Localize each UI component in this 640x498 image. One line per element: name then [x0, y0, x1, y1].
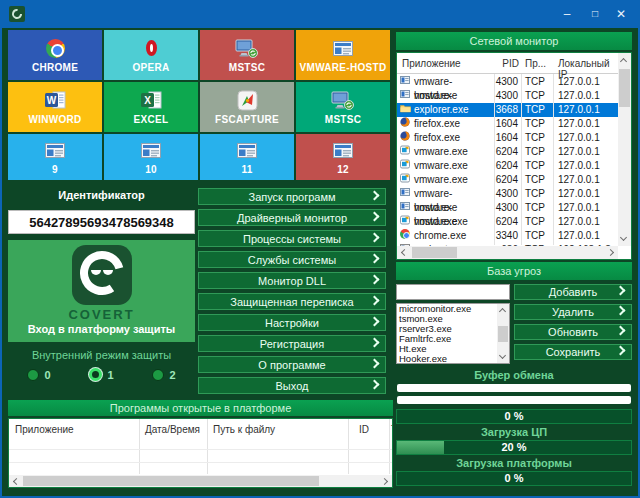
threat-button-1[interactable]: Добавить [514, 284, 632, 300]
network-table-row[interactable]: chrome.exe3340TCP127.0.0.1 [397, 229, 618, 243]
radio-label: 1 [107, 369, 113, 381]
radio-icon[interactable] [152, 369, 164, 381]
network-table-row[interactable]: vmware-hostd.exe4300TCP127.0.0.1 [397, 89, 618, 103]
scroll-up-icon[interactable] [499, 308, 506, 315]
identifier-input[interactable] [8, 210, 195, 234]
minimize-button[interactable]: – [552, 0, 582, 28]
network-table-row[interactable]: vmware.exe6204TCP127.0.0.1 [397, 173, 618, 187]
protection-mode-radio-2[interactable]: 2 [152, 368, 175, 381]
app-tile-mstsc[interactable]: MSTSC [200, 30, 294, 80]
network-table-row[interactable]: vmware.exe6204TCP127.0.0.1 [397, 145, 618, 159]
col-local-ip[interactable]: Локальный IP [558, 58, 618, 80]
app-tile-fscapture[interactable]: FSCAPTURE [200, 82, 294, 132]
cell-pid: 4300 [494, 187, 518, 201]
menu-button-label: Монитор DLL [258, 275, 326, 287]
app-tile-9[interactable]: 9 [8, 134, 102, 180]
network-table-row[interactable]: vmware.exe6204TCP127.0.0.1 [397, 215, 618, 229]
app-tile-winword[interactable]: WWINWORD [8, 82, 102, 132]
radio-icon[interactable] [27, 369, 39, 381]
network-table-row[interactable]: firefox.exe1604TCP127.0.0.1 [397, 131, 618, 145]
cell-protocol: TCP [525, 159, 545, 173]
threat-db-header: База угроз [396, 262, 632, 280]
menu-button-4[interactable]: Службы системы [198, 251, 386, 268]
chevron-right-icon [616, 346, 626, 356]
fscapture-icon [237, 89, 258, 111]
threat-list-scrollbar[interactable] [497, 304, 509, 363]
menu-button-1[interactable]: Запуск программ [198, 188, 386, 205]
col-file-path[interactable]: Путь к файлу [213, 424, 275, 435]
col-type-partial[interactable]: Т [391, 424, 393, 435]
network-hscrollbar[interactable] [397, 246, 618, 259]
menu-button-2[interactable]: Драйверный монитор [198, 209, 386, 226]
col-datetime[interactable]: Дата/Время [145, 424, 200, 435]
enter-platform-label: Вход в платформу защиты [8, 323, 195, 335]
menu-button-9[interactable]: О программе [198, 356, 386, 373]
app-tile-10[interactable]: 10 [104, 134, 198, 180]
menu-button-10[interactable]: Выход [198, 377, 386, 394]
app-tile-label: OPERA [132, 62, 169, 73]
network-table-row[interactable]: firefox.exe1604TCP127.0.0.1 [397, 117, 618, 131]
network-table-row[interactable]: vmware.exe6204TCP127.0.0.1 [397, 159, 618, 173]
close-button[interactable]: ✕ [606, 0, 636, 28]
threat-list-item[interactable]: Hooker.exe [397, 354, 509, 364]
scroll-down-icon[interactable] [499, 352, 506, 359]
app-window-icon [333, 37, 353, 59]
scroll-up-icon[interactable] [620, 58, 627, 65]
app-tile-excel[interactable]: XEXCEL [104, 82, 198, 132]
app-tile-grid: CHROMEOPERAMSTSCVMWARE-HOSTDWWINWORDXEXC… [8, 30, 390, 180]
app-tile-mstsc[interactable]: MSTSC [296, 82, 390, 132]
threat-button-label: Добавить [549, 286, 598, 298]
cell-pid: 4300 [494, 75, 518, 89]
threat-button-3[interactable]: Обновить [514, 324, 632, 340]
menu-button-3[interactable]: Процессы системы [198, 230, 386, 247]
cell-local-ip: 127.0.0.1 [558, 159, 600, 173]
network-table-row[interactable]: explorer.exe3668TCP127.0.0.1 [397, 103, 618, 117]
app-tile-chrome[interactable]: CHROME [8, 30, 102, 80]
network-vscrollbar[interactable] [618, 53, 631, 246]
app-tile-vmware-hostd[interactable]: VMWARE-HOSTD [296, 30, 390, 80]
app-tile-12[interactable]: 12 [296, 134, 390, 180]
threat-button-2[interactable]: Удалить [514, 304, 632, 320]
network-table-row[interactable]: vmware-hostd.exe4300TCP127.0.0.1 [397, 187, 618, 201]
col-pid[interactable]: PID [495, 58, 519, 69]
scroll-left-icon[interactable] [401, 249, 408, 256]
threat-input[interactable] [396, 284, 510, 300]
firefox-icon [400, 117, 410, 127]
col-id[interactable]: ID [359, 424, 369, 435]
col-application[interactable]: Приложение [15, 424, 74, 435]
radio-label: 2 [169, 369, 175, 381]
protection-mode-radio-0[interactable]: 0 [27, 368, 50, 381]
open-programs-hscrollbar[interactable] [9, 475, 392, 487]
menu-button-7[interactable]: Настройки [198, 314, 386, 331]
menu-button-5[interactable]: Монитор DLL [198, 272, 386, 289]
cell-local-ip: 127.0.0.1 [558, 131, 600, 145]
cell-pid: 4300 [494, 201, 518, 215]
network-table-row[interactable]: vmware-hostd.exe4300TCP127.0.0.1 [397, 201, 618, 215]
remote-desktop-icon [331, 89, 355, 111]
protection-mode-radio-1[interactable]: 1 [89, 368, 113, 381]
col-protocol[interactable]: Пр... [525, 58, 546, 69]
app-tile-label: MSTSC [229, 62, 266, 73]
chevron-right-icon [370, 232, 380, 242]
threat-list[interactable]: micromonitor.exetsmon.exerserver3.exeFam… [396, 303, 510, 364]
chevron-right-icon [616, 326, 626, 336]
scroll-left-icon[interactable] [13, 478, 20, 485]
enter-platform-button[interactable]: COVERT Вход в платформу защиты [8, 240, 195, 342]
radio-icon[interactable] [89, 368, 102, 381]
threat-button-label: Обновить [548, 326, 598, 338]
col-application[interactable]: Приложение [402, 58, 461, 69]
title-bar[interactable]: – □ ✕ [0, 0, 640, 28]
app-tile-opera[interactable]: OPERA [104, 30, 198, 80]
menu-button-6[interactable]: Защищенная переписка [198, 293, 386, 310]
app-tile-11[interactable]: 11 [200, 134, 294, 180]
hostd-icon [400, 201, 410, 211]
cell-pid: 3340 [494, 229, 518, 243]
scroll-down-icon[interactable] [620, 234, 627, 241]
scroll-right-icon[interactable] [607, 249, 614, 256]
threat-button-4[interactable]: Сохранить [514, 344, 632, 360]
cell-pid: 6204 [494, 173, 518, 187]
cell-application: firefox.exe [414, 131, 494, 145]
scroll-right-icon[interactable] [381, 478, 388, 485]
open-programs-header: Программы открытые в платформе [8, 400, 393, 416]
menu-button-8[interactable]: Регистрация [198, 335, 386, 352]
